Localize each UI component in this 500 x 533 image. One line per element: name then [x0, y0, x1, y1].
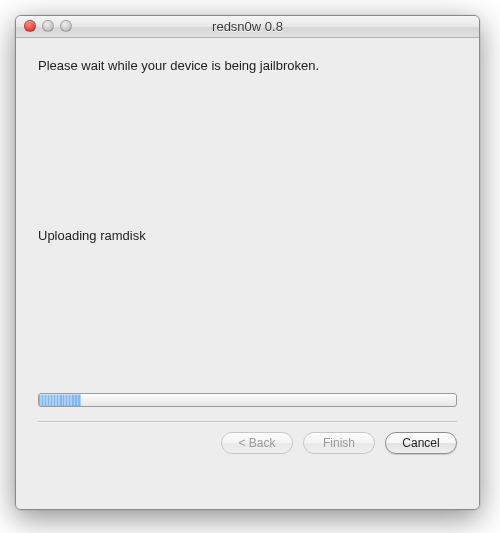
progress-fill [39, 394, 81, 406]
back-button: < Back [221, 432, 293, 454]
progress-bar [38, 393, 457, 407]
cancel-button[interactable]: Cancel [385, 432, 457, 454]
content-area: Please wait while your device is being j… [16, 38, 479, 509]
minimize-icon [42, 20, 54, 32]
main-message: Please wait while your device is being j… [38, 58, 457, 73]
window-title: redsn0w 0.8 [212, 19, 283, 34]
zoom-icon [60, 20, 72, 32]
traffic-lights [24, 20, 72, 32]
button-row: < Back Finish Cancel [38, 432, 457, 456]
progress-wrap [38, 393, 457, 407]
close-icon[interactable] [24, 20, 36, 32]
app-window: redsn0w 0.8 Please wait while your devic… [15, 15, 480, 510]
finish-button: Finish [303, 432, 375, 454]
titlebar[interactable]: redsn0w 0.8 [16, 16, 479, 38]
status-message: Uploading ramdisk [38, 228, 457, 243]
separator [38, 421, 457, 422]
